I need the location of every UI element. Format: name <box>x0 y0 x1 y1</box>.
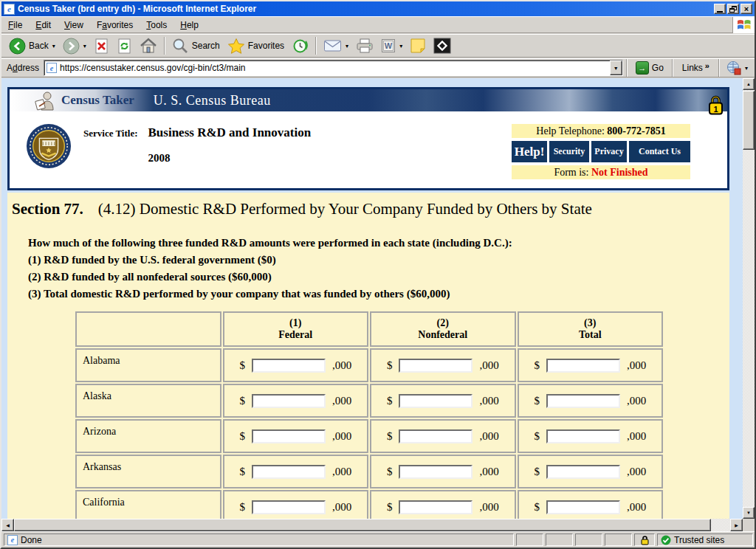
links-more-icon: » <box>705 61 709 70</box>
input-nonfederal-alabama[interactable] <box>399 359 472 373</box>
section-title-line: Section 77.(4.12) Domestic R&D Performed… <box>7 193 729 218</box>
home-button[interactable] <box>136 35 161 56</box>
page-icon: e <box>7 535 18 545</box>
svg-text:1: 1 <box>713 105 718 114</box>
toolbar-separator <box>315 37 317 55</box>
federal-column-header: (1)Federal <box>223 311 369 347</box>
minimize-button[interactable] <box>714 4 726 14</box>
menu-bar: File Edit View Favorites Tools Help <box>1 16 755 33</box>
address-input-box: e ▼ <box>44 60 623 76</box>
state-label: Arkansas <box>75 455 221 488</box>
input-federal-arkansas[interactable] <box>252 465 326 479</box>
forward-dropdown-icon: ▾ <box>83 43 86 49</box>
help-telephone-bar: Help Telephone: 800-772-7851 <box>512 124 690 138</box>
input-nonfederal-arkansas[interactable] <box>399 465 472 479</box>
menu-edit[interactable]: Edit <box>29 18 58 32</box>
horizontal-scrollbar[interactable]: ◀ ▶ <box>1 519 743 531</box>
stop-button[interactable] <box>90 35 113 56</box>
header-help-block: Help Telephone: 800-772-7851 Help! Secur… <box>512 124 690 179</box>
input-total-alaska[interactable] <box>546 394 620 408</box>
print-button[interactable] <box>352 35 377 56</box>
form-status-bar: Form is: Not Finished <box>512 165 690 179</box>
state-rd-table: (1)Federal (2)Nonfederal (3)Total Alabam… <box>74 310 664 519</box>
input-federal-california[interactable] <box>252 500 326 514</box>
scroll-up-button[interactable]: ▲ <box>743 78 755 90</box>
favorites-button[interactable]: Favorites <box>224 35 288 56</box>
form-status-value: Not Finished <box>591 167 648 178</box>
input-total-arizona[interactable] <box>546 429 620 443</box>
input-nonfederal-california[interactable] <box>399 500 472 514</box>
links-button[interactable]: Links» <box>676 63 715 73</box>
ssl-padlock-pane <box>634 534 655 546</box>
menu-view[interactable]: View <box>58 18 90 32</box>
favorites-star-icon <box>227 38 245 55</box>
section-instructions: How much of the following three funded R… <box>28 235 729 303</box>
privacy-button[interactable]: Privacy <box>591 141 627 162</box>
refresh-icon <box>117 38 132 55</box>
security-button[interactable]: Security <box>549 141 589 162</box>
history-icon <box>292 38 309 55</box>
service-title: Business R&D and Innovation <box>148 125 312 140</box>
address-input[interactable] <box>60 61 610 75</box>
input-total-alabama[interactable] <box>546 359 620 373</box>
state-label: Alabama <box>75 348 221 382</box>
scroll-left-button[interactable]: ◀ <box>1 519 14 531</box>
address-label: Address <box>7 63 39 73</box>
page-icon: e <box>47 63 57 73</box>
scroll-right-button[interactable]: ▶ <box>730 519 743 531</box>
vertical-scroll-thumb[interactable] <box>743 91 755 150</box>
vertical-scrollbar[interactable]: ▲ ▼ <box>743 78 755 519</box>
input-total-california[interactable] <box>546 500 620 514</box>
service-title-block: Service Title: Business R&D and Innovati… <box>83 123 311 179</box>
input-federal-alabama[interactable] <box>252 359 326 373</box>
note-icon <box>410 38 426 54</box>
menu-file[interactable]: File <box>1 18 29 32</box>
discuss-button[interactable] <box>406 35 430 56</box>
mail-button[interactable]: ▾ <box>320 35 352 56</box>
horizontal-scroll-thumb[interactable] <box>14 519 711 531</box>
input-federal-arizona[interactable] <box>252 429 326 443</box>
close-button[interactable]: × <box>740 4 752 14</box>
table-row: Alabama $,000 $,000 $,000 <box>75 348 663 382</box>
menu-help[interactable]: Help <box>173 18 205 32</box>
menu-tools[interactable]: Tools <box>140 18 173 32</box>
header-content-row: Service Title: Business R&D and Innovati… <box>10 111 727 179</box>
input-federal-alaska[interactable] <box>252 394 326 408</box>
census-page: Census Taker U. S. Census Bureau 1 <box>7 87 729 519</box>
instruction-line: (2) R&D funded by all nonfederal sources… <box>28 269 729 286</box>
commerce-department-seal <box>26 123 72 169</box>
header-nav: Help! Security Privacy Contact Us <box>512 141 690 162</box>
status-pane <box>605 534 632 546</box>
secure-session-padlock-icon: 1 <box>708 94 724 119</box>
scroll-down-button[interactable]: ▼ <box>743 507 755 519</box>
input-nonfederal-alaska[interactable] <box>399 394 472 408</box>
address-dropdown-button[interactable]: ▼ <box>610 61 622 75</box>
instruction-line: (1) R&D funded by the U.S. federal gover… <box>28 252 729 269</box>
mail-icon <box>323 38 342 53</box>
ie-logo-icon: e <box>4 4 15 15</box>
service-year: 2008 <box>148 152 312 165</box>
menu-favorites[interactable]: Favorites <box>90 18 140 32</box>
help-button[interactable]: Help! <box>512 141 547 162</box>
convert-pdf-button[interactable]: ▾ <box>723 58 752 78</box>
toolbar-separator <box>718 59 720 77</box>
input-nonfederal-arizona[interactable] <box>399 429 472 443</box>
state-label: Alaska <box>75 384 221 418</box>
convert-icon <box>726 61 741 75</box>
forward-button[interactable]: ▾ <box>59 35 90 56</box>
input-total-arkansas[interactable] <box>546 465 620 479</box>
refresh-button[interactable] <box>113 35 136 56</box>
edit-word-button[interactable]: W ▾ <box>377 35 406 56</box>
contact-us-button[interactable]: Contact Us <box>629 141 690 162</box>
history-button[interactable] <box>288 35 312 56</box>
search-button[interactable]: Search <box>168 35 224 56</box>
instruction-line: (3) Total domestic R&D performed by your… <box>28 286 729 303</box>
section-number: Section 77. <box>12 200 83 218</box>
messenger-button[interactable] <box>430 35 455 56</box>
go-button[interactable]: → Go <box>630 59 669 77</box>
search-icon <box>172 38 189 55</box>
toolbar-separator <box>164 37 165 55</box>
browser-window: e Census Taker (brd entry dh) - Microsof… <box>0 0 756 549</box>
back-button[interactable]: Back▾ <box>5 35 59 56</box>
restore-button[interactable] <box>727 4 739 14</box>
